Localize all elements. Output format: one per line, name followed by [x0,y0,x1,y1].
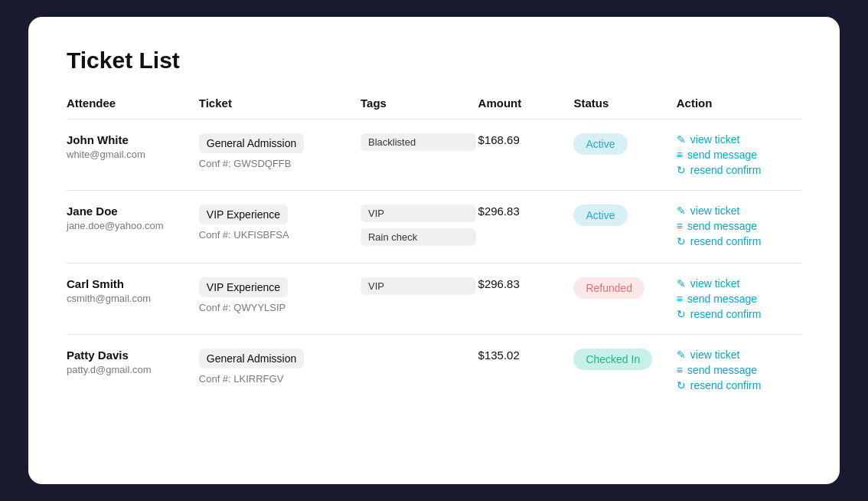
amount-cell: $135.02 [478,335,574,406]
ticket-name: General Admission [199,349,305,368]
amount-cell: $296.83 [478,264,574,335]
amount-value: $135.02 [478,349,520,362]
amount-value: $296.83 [478,277,520,290]
action-label: resend confirm [690,235,762,247]
status-cell: Active [573,191,676,264]
table-header: AttendeeTicketTagsAmountStatusAction [67,97,801,120]
column-header-status: Status [573,97,676,120]
amount-value: $296.83 [478,205,520,218]
actions-cell: ✎view ticket≡send message↻resend confirm [677,120,801,191]
action-view-ticket[interactable]: ✎view ticket [677,277,801,290]
attendee-cell: John White white@gmail.com [67,120,199,191]
page-title: Ticket List [67,47,801,74]
attendee-cell: Carl Smith csmith@gmail.com [67,264,199,335]
action-view-ticket[interactable]: ✎view ticket [677,133,801,146]
action-label: send message [687,364,757,376]
action-resend-confirm[interactable]: ↻resend confirm [677,308,801,320]
ticket-cell: VIP Experience Conf #: UKFISBFSA [199,191,361,264]
action-send-message[interactable]: ≡send message [677,364,801,376]
ticket-table: AttendeeTicketTagsAmountStatusAction Joh… [67,97,801,405]
status-cell: Refunded [573,264,676,335]
ticket-name: VIP Experience [199,277,288,297]
amount-cell: $168.69 [478,120,574,191]
status-badge: Active [573,133,627,155]
action-resend-confirm[interactable]: ↻resend confirm [677,379,801,391]
table-row: John White white@gmail.com General Admis… [67,120,801,191]
ticket-conf: Conf #: LKIRRFGV [199,373,361,385]
action-label: send message [687,220,757,232]
column-header-amount: Amount [478,97,574,120]
status-cell: Active [573,120,676,191]
resend-confirm-icon: ↻ [677,309,686,319]
resend-confirm-icon: ↻ [677,236,686,247]
column-header-tags: Tags [361,97,478,120]
resend-confirm-icon: ↻ [677,380,686,391]
view-ticket-icon: ✎ [677,349,686,360]
attendee-email: jane.doe@yahoo.com [67,220,199,231]
ticket-conf: Conf #: UKFISBFSA [199,229,361,241]
tags-cell: Blacklisted [361,120,478,191]
action-label: view ticket [690,349,740,361]
attendee-cell: Jane Doe jane.doe@yahoo.com [67,191,199,264]
table-row: Patty Davis patty.d@gmail.com General Ad… [67,335,801,406]
ticket-name: VIP Experience [199,205,288,224]
action-label: view ticket [690,277,740,290]
amount-cell: $296.83 [478,191,574,264]
view-ticket-icon: ✎ [677,205,686,216]
attendee-name: Patty Davis [67,349,199,362]
ticket-list-card: Ticket List AttendeeTicketTagsAmountStat… [28,17,840,484]
resend-confirm-icon: ↻ [677,165,686,175]
ticket-cell: General Admission Conf #: LKIRRFGV [199,335,361,406]
attendee-name: John White [67,133,199,146]
column-header-ticket: Ticket [199,97,361,120]
attendee-cell: Patty Davis patty.d@gmail.com [67,335,199,406]
tags-cell: VIPRain check [361,191,478,264]
attendee-name: Jane Doe [67,205,199,218]
status-badge: Checked In [573,349,652,370]
action-view-ticket[interactable]: ✎view ticket [677,205,801,217]
tags-cell [361,335,478,406]
ticket-name: General Admission [199,133,305,153]
attendee-email: white@gmail.com [67,149,199,160]
send-message-icon: ≡ [677,221,683,231]
attendee-email: csmith@gmail.com [67,293,199,304]
action-view-ticket[interactable]: ✎view ticket [677,349,801,361]
column-header-action: Action [677,97,801,120]
table-body: John White white@gmail.com General Admis… [67,120,801,406]
status-cell: Checked In [573,335,676,406]
table-row: Jane Doe jane.doe@yahoo.com VIP Experien… [67,191,801,264]
actions-cell: ✎view ticket≡send message↻resend confirm [677,335,801,406]
action-label: send message [687,293,757,305]
ticket-conf: Conf #: QWYYLSIP [199,302,361,313]
tag-badge: Rain check [361,228,476,246]
attendee-email: patty.d@gmail.com [67,364,199,375]
column-header-attendee: Attendee [67,97,199,120]
actions-cell: ✎view ticket≡send message↻resend confirm [677,264,801,335]
tag-badge: VIP [361,277,476,295]
action-send-message[interactable]: ≡send message [677,149,801,161]
view-ticket-icon: ✎ [677,134,686,145]
amount-value: $168.69 [478,133,520,146]
send-message-icon: ≡ [677,365,683,375]
attendee-name: Carl Smith [67,277,199,290]
ticket-cell: General Admission Conf #: GWSDQFFB [199,120,361,191]
status-badge: Refunded [573,277,644,299]
action-label: resend confirm [690,164,762,176]
send-message-icon: ≡ [677,149,683,160]
action-send-message[interactable]: ≡send message [677,293,801,305]
tags-cell: VIP [361,264,478,335]
table-row: Carl Smith csmith@gmail.com VIP Experien… [67,264,801,335]
action-label: resend confirm [690,308,762,320]
action-label: view ticket [690,133,740,146]
ticket-cell: VIP Experience Conf #: QWYYLSIP [199,264,361,335]
tag-badge: VIP [361,205,476,222]
action-send-message[interactable]: ≡send message [677,220,801,232]
view-ticket-icon: ✎ [677,278,686,289]
action-label: send message [687,149,757,161]
action-label: view ticket [690,205,740,217]
send-message-icon: ≡ [677,293,683,304]
action-resend-confirm[interactable]: ↻resend confirm [677,164,801,176]
actions-cell: ✎view ticket≡send message↻resend confirm [677,191,801,264]
action-resend-confirm[interactable]: ↻resend confirm [677,235,801,247]
status-badge: Active [573,205,627,226]
